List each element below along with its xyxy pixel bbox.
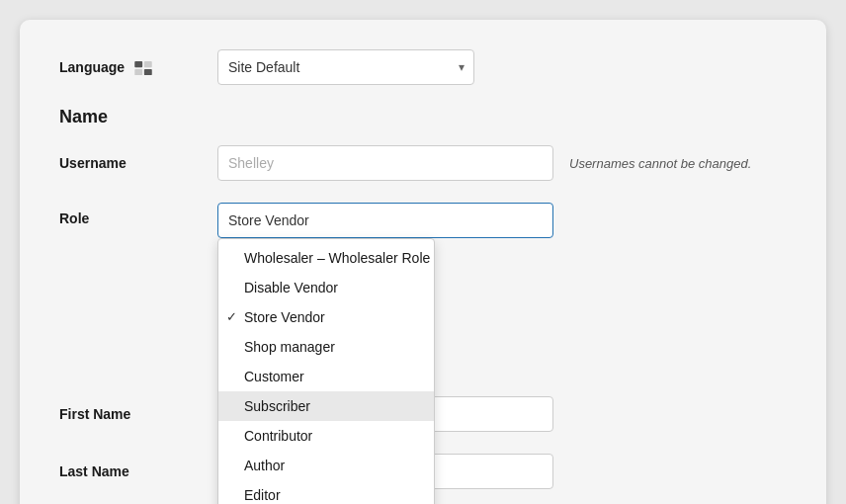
role-input[interactable] (217, 203, 553, 238)
role-row: Role Wholesaler – Wholesaler Role Disabl… (59, 203, 787, 238)
username-row: Username Usernames cannot be changed. (59, 145, 787, 181)
dropdown-item-customer[interactable]: Customer (218, 362, 434, 391)
username-label: Username (59, 155, 217, 171)
language-icon (134, 61, 152, 75)
dropdown-item-author[interactable]: Author (218, 451, 434, 480)
language-label-text: Language (59, 59, 125, 75)
name-section-title: Name (59, 107, 787, 127)
role-dropdown-menu: Wholesaler – Wholesaler Role Disable Ven… (217, 238, 435, 504)
language-label: Language (59, 59, 217, 75)
dropdown-item-shop-manager[interactable]: Shop manager (218, 332, 434, 362)
role-dropdown-container: Wholesaler – Wholesaler Role Disable Ven… (217, 203, 553, 238)
dropdown-item-subscriber[interactable]: Subscriber (218, 391, 434, 421)
language-row: Language Site Default ▾ (59, 49, 787, 85)
svg-rect-2 (134, 69, 142, 75)
dropdown-item-disable-vendor[interactable]: Disable Vendor (218, 273, 434, 302)
dropdown-item-contributor[interactable]: Contributor (218, 421, 434, 451)
dropdown-item-store-vendor[interactable]: Store Vendor (218, 302, 434, 332)
settings-card: Language Site Default ▾ Name Username Us… (20, 20, 826, 504)
first-name-label: First Name (59, 406, 217, 422)
dropdown-item-wholesaler[interactable]: Wholesaler – Wholesaler Role (218, 243, 434, 273)
language-select[interactable]: Site Default (217, 49, 474, 85)
svg-rect-0 (134, 61, 142, 67)
svg-rect-1 (144, 61, 152, 67)
last-name-label: Last Name (59, 463, 217, 479)
username-hint: Usernames cannot be changed. (569, 156, 751, 171)
language-select-wrapper[interactable]: Site Default ▾ (217, 49, 474, 85)
dropdown-item-editor[interactable]: Editor (218, 480, 434, 504)
svg-rect-3 (144, 69, 152, 75)
username-input[interactable] (217, 145, 553, 181)
role-label: Role (59, 203, 217, 226)
